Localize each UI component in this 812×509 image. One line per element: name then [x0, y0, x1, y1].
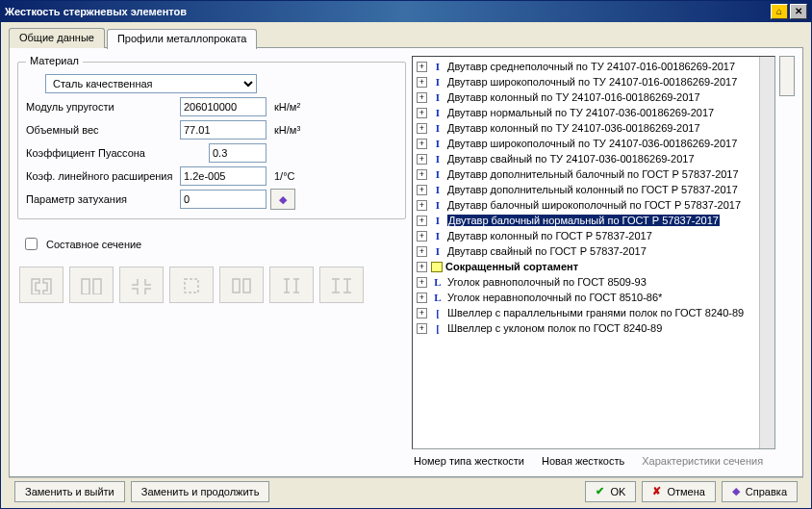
expand-icon[interactable]: + [417, 123, 427, 134]
thermal-label: Коэф. линейного расширения [26, 170, 180, 182]
composite-checkbox-row[interactable]: Составное сечение [21, 235, 402, 253]
tree-item[interactable]: +IДвутавр балочный широкополочный по ГОС… [413, 197, 759, 213]
expand-icon[interactable]: + [417, 246, 427, 257]
tree-item[interactable]: +Сокращенный сортамент [413, 259, 759, 274]
tree-item[interactable]: +IДвутавр дополнительный балочный по ГОС… [413, 166, 759, 182]
tree-item[interactable]: +IДвутавр среднеполочный по ТУ 24107-016… [413, 59, 759, 74]
section-btn-5[interactable] [219, 267, 264, 303]
tab-bar: Общие данные Профили металлопроката [9, 28, 803, 48]
expand-icon[interactable]: + [417, 231, 427, 242]
expand-icon[interactable]: + [417, 323, 427, 334]
section-btn-4[interactable] [169, 267, 214, 303]
tree-item[interactable]: +IДвутавр колонный по ГОСТ Р 57837-2017 [413, 228, 759, 243]
tree-item-label: Двутавр колонный по ТУ 24107-016-0018626… [447, 91, 700, 103]
window-title: Жесткость стержневых элементов [5, 6, 771, 17]
section-btn-1[interactable] [19, 267, 63, 303]
tree-item[interactable]: +[Швеллер с уклоном полок по ГОСТ 8240-8… [413, 320, 759, 336]
profile-tree[interactable]: +IДвутавр среднеполочный по ТУ 24107-016… [413, 57, 759, 448]
tree-item[interactable]: +LУголок равнополочный по ГОСТ 8509-93 [413, 274, 759, 290]
cancel-button[interactable]: ✘Отмена [642, 481, 715, 502]
tree-scrollbar[interactable] [759, 57, 774, 448]
tree-item-label: Уголок неравнополочный по ГОСТ 8510-86* [447, 292, 662, 303]
expand-icon[interactable]: + [417, 108, 427, 118]
svg-rect-1 [233, 279, 240, 293]
expand-icon[interactable]: + [417, 139, 427, 149]
tree-item-label: Двутавр среднеполочный по ТУ 24107-016-0… [447, 61, 735, 72]
section-btn-6[interactable] [269, 267, 314, 303]
expand-icon[interactable]: + [417, 262, 427, 272]
new-stiffness-label: Новая жесткость [542, 455, 624, 467]
tree-item-label: Двутавр свайный по ТУ 24107-036-00186269… [447, 153, 695, 165]
expand-icon[interactable]: + [417, 277, 427, 288]
tree-item[interactable]: +IДвутавр дополнительный колонный по ГОС… [413, 182, 759, 197]
damping-input[interactable] [180, 190, 266, 209]
tree-item-label: Двутавр балочный широкополочный по ГОСТ … [447, 199, 741, 211]
replace-continue-button[interactable]: Заменить и продолжить [131, 481, 270, 502]
tab-profiles[interactable]: Профили металлопроката [107, 29, 258, 49]
book-icon: ◆ [279, 193, 287, 206]
help-titlebar-button[interactable]: ⌂ [771, 4, 788, 19]
tree-item[interactable]: +IДвутавр колонный по ТУ 24107-036-00186… [413, 120, 759, 136]
tree-item[interactable]: +LУголок неравнополочный по ГОСТ 8510-86… [413, 290, 759, 305]
tab-general[interactable]: Общие данные [9, 28, 105, 48]
tree-item-label: Двутавр колонный по ГОСТ Р 57837-2017 [447, 230, 652, 242]
material-legend: Материал [26, 55, 83, 66]
density-label: Объемный вес [26, 124, 180, 136]
expand-icon[interactable]: + [417, 293, 427, 303]
section-btn-3[interactable] [119, 267, 164, 303]
thermal-unit: 1/°C [274, 170, 332, 182]
density-input[interactable] [180, 120, 266, 140]
tree-item-label: Швеллер с параллельными гранями полок по… [447, 307, 744, 318]
damping-help-button[interactable]: ◆ [270, 189, 295, 210]
right-column: +IДвутавр среднеполочный по ТУ 24107-016… [412, 56, 795, 469]
modulus-unit: кН/м² [274, 101, 332, 113]
tree-item-label: Швеллер с уклоном полок по ГОСТ 8240-89 [447, 322, 662, 334]
tree-item[interactable]: +IДвутавр колонный по ТУ 24107-016-00186… [413, 89, 759, 105]
left-column: Материал Сталь качественная Модуль упруг… [17, 56, 406, 469]
material-select[interactable]: Сталь качественная [45, 74, 257, 93]
check-icon: ✔ [596, 485, 604, 497]
tree-item[interactable]: +IДвутавр свайный по ГОСТ Р 57837-2017 [413, 243, 759, 259]
poisson-input[interactable] [209, 143, 266, 163]
button-bar: Заменить и выйти Заменить и продолжить ✔… [9, 477, 803, 504]
expand-icon[interactable]: + [417, 200, 427, 211]
section-btn-7[interactable] [319, 267, 364, 303]
expand-icon[interactable]: + [417, 216, 427, 226]
modulus-input[interactable] [180, 97, 266, 116]
help-button[interactable]: ◆Справка [722, 481, 798, 502]
client-area: Общие данные Профили металлопроката Мате… [1, 22, 811, 508]
svg-rect-0 [185, 279, 198, 293]
ok-button[interactable]: ✔OK [585, 481, 636, 502]
damping-label: Параметр затухания [26, 193, 180, 205]
tree-side-button[interactable] [779, 56, 795, 96]
composite-label: Составное сечение [46, 239, 141, 250]
close-button[interactable]: ✕ [790, 4, 807, 19]
expand-icon[interactable]: + [417, 185, 427, 195]
replace-exit-button[interactable]: Заменить и выйти [14, 481, 125, 502]
expand-icon[interactable]: + [417, 308, 427, 318]
book-icon: ◆ [732, 485, 740, 497]
expand-icon[interactable]: + [417, 62, 427, 72]
profile-tree-container: +IДвутавр среднеполочный по ТУ 24107-016… [412, 56, 775, 449]
expand-icon[interactable]: + [417, 92, 427, 103]
material-group: Материал Сталь качественная Модуль упруг… [17, 62, 406, 219]
expand-icon[interactable]: + [417, 169, 427, 180]
tree-item[interactable]: +IДвутавр широкополочный по ТУ 24107-036… [413, 136, 759, 151]
composite-checkbox[interactable] [25, 238, 38, 250]
tree-footer-row: Номер типа жесткости Новая жесткость Хар… [412, 449, 795, 469]
dialog-window: Жесткость стержневых элементов ⌂ ✕ Общие… [0, 0, 812, 509]
expand-icon[interactable]: + [417, 77, 427, 88]
tree-item[interactable]: +[Швеллер с параллельными гранями полок … [413, 305, 759, 320]
tree-item[interactable]: +IДвутавр балочный нормальный по ГОСТ Р … [413, 213, 759, 228]
tree-item-label: Двутавр свайный по ГОСТ Р 57837-2017 [447, 245, 647, 257]
thermal-input[interactable] [180, 166, 266, 186]
tree-item[interactable]: +IДвутавр широкополочный по ТУ 24107-016… [413, 74, 759, 89]
tree-item[interactable]: +IДвутавр свайный по ТУ 24107-036-001862… [413, 151, 759, 166]
tree-item[interactable]: +IДвутавр нормальный по ТУ 24107-036-001… [413, 105, 759, 120]
titlebar: Жесткость стержневых элементов ⌂ ✕ [1, 1, 811, 22]
tree-item-label: Двутавр колонный по ТУ 24107-036-0018626… [447, 122, 700, 134]
modulus-label: Модуль упругости [26, 101, 180, 113]
poisson-label: Коэффициент Пуассона [26, 147, 180, 159]
section-btn-2[interactable] [69, 267, 114, 303]
expand-icon[interactable]: + [417, 154, 427, 165]
